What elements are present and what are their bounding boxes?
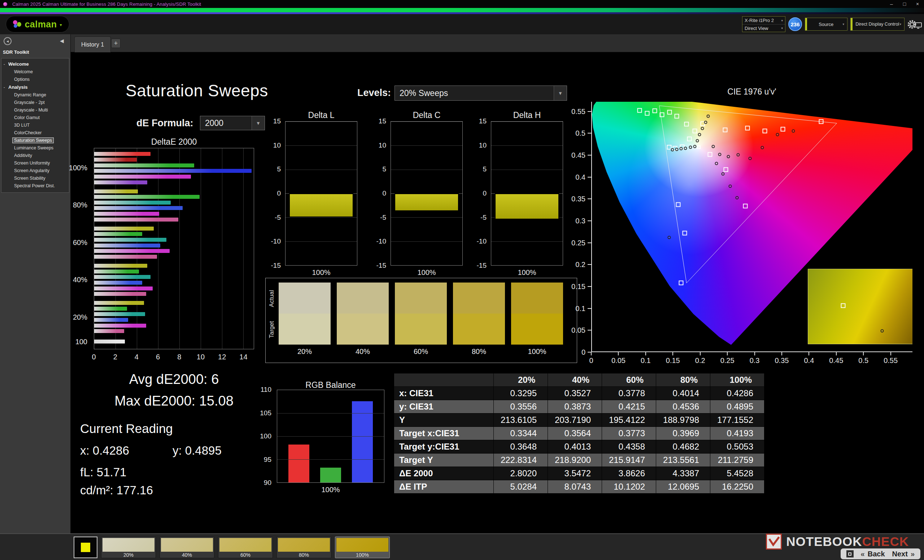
table-row: y: CIE310.35560.38730.42150.45360.4895 [394, 400, 765, 413]
y-tick-label: 10 [273, 141, 281, 150]
deltae-bar [94, 227, 154, 231]
deltae-bar [94, 217, 178, 222]
table-cell: 5.0284 [494, 480, 548, 494]
y-tick-label: 0 [483, 189, 486, 198]
deltae-group-label: 20% [61, 300, 91, 334]
target-marker [743, 204, 747, 208]
tree-expander-icon[interactable]: - [4, 62, 6, 66]
table-cell: 213.5561 [656, 454, 710, 467]
sidebar-menu-button[interactable]: ◂ [4, 37, 12, 45]
sidebar-group-welcome[interactable]: -Welcome [2, 60, 69, 68]
table-cell: 0.3873 [548, 400, 602, 413]
next-button[interactable]: Next » [892, 550, 915, 558]
table-cell: 3.5472 [548, 467, 602, 480]
grid-line [491, 169, 563, 170]
table-cell: 10.1202 [602, 480, 656, 494]
levels-dropdown[interactable]: 20% Sweeps ▼ [394, 85, 567, 101]
meter-selector[interactable]: X-Rite i1Pro 2 ▾ Direct View ▾ [742, 16, 785, 32]
filmstrip-thumb-20%[interactable]: 20% [101, 536, 156, 558]
x-tick-label: 0.2 [695, 356, 705, 365]
sidebar-item-label: 3D LUT [12, 122, 32, 128]
sidebar-item-options[interactable]: Options [2, 75, 69, 83]
tree-expander-icon[interactable]: - [4, 85, 6, 89]
filmstrip-thumb-40%[interactable]: 40% [159, 536, 214, 558]
sidebar-collapse-button[interactable]: ◀ [60, 38, 64, 43]
x-tick-label: 6 [156, 353, 160, 361]
sidebar-item-3d-lut[interactable]: 3D LUT [2, 121, 69, 129]
x-tick-label: 0.45 [829, 356, 843, 365]
tab-history-1[interactable]: History 1 [74, 36, 111, 52]
sidebar-item-screen-uniformity[interactable]: Screen Uniformity [2, 159, 69, 167]
swatch-target [279, 314, 331, 344]
sidebar-item-color-gamut[interactable]: Color Gamut [2, 114, 69, 121]
de-formula-dropdown[interactable]: 2000 ▼ [200, 116, 265, 130]
table-row-label: ΔE ITP [394, 480, 494, 494]
sidebar-item-label: Grayscale - 2pt [12, 100, 46, 105]
add-tab-button[interactable]: + [111, 39, 120, 48]
filmstrip-thumb-60%[interactable]: 60% [218, 536, 273, 558]
sidebar-item-label: Screen Stability [12, 175, 47, 181]
display-control-selector[interactable]: Direct Display Control ▾ [850, 18, 904, 31]
filmstrip-thumb-100%[interactable]: 100% [335, 536, 390, 558]
filmstrip-thumb-80%[interactable]: 80% [276, 536, 332, 558]
table-row: x: CIE310.32950.35270.37780.40140.4286 [394, 387, 765, 400]
sidebar-item-screen-angularity[interactable]: Screen Angularity [2, 167, 69, 174]
thumb-label: 80% [277, 552, 331, 558]
x-tick-mark [863, 352, 864, 355]
sidebar-item-additivity[interactable]: Additivity [2, 151, 69, 159]
measurement-marker [748, 157, 752, 160]
display-label: Direct Display Control [855, 22, 899, 27]
table-row-label: Y [394, 413, 494, 427]
sidebar-item-dynamic-range[interactable]: Dynamic Range [2, 91, 69, 99]
table-cell: 0.4536 [656, 400, 710, 413]
sidebar-item-label: Spectral Power Dist. [12, 183, 57, 189]
close-button[interactable]: × [911, 0, 924, 8]
cie-plot [591, 102, 912, 352]
measurement-marker [715, 162, 718, 165]
x-tick-label: 2 [113, 353, 117, 361]
workflow-tree: -WelcomeWelcomeOptions-AnalysisDynamic R… [1, 58, 69, 193]
sidebar-group-analysis[interactable]: -Analysis [2, 83, 69, 91]
x-tick-label: 0.3 [750, 356, 760, 365]
sidebar-item-screen-stability[interactable]: Screen Stability [2, 174, 69, 182]
chevron-down-icon: ▾ [781, 19, 783, 22]
target-marker [723, 127, 728, 132]
swatch-60% [395, 283, 447, 344]
table-cell: 0.3344 [494, 427, 548, 440]
maximize-button[interactable]: □ [898, 0, 911, 8]
table-cell: 0.4286 [710, 387, 765, 400]
x-tick-mark [618, 352, 619, 355]
filmstrip: 20%40%60%80%100% [74, 536, 390, 558]
sidebar-item-welcome[interactable]: Welcome [2, 68, 69, 75]
sidebar-item-grayscale-multi[interactable]: Grayscale - Multi [2, 106, 69, 114]
app-titlebar: Calman 2025 Calman Ultimate for Business… [0, 0, 924, 8]
actual-row-label: Actual [268, 283, 276, 314]
sidebar-item-spectral-power-dist-[interactable]: Spectral Power Dist. [2, 182, 69, 189]
sidebar-item-saturation-sweeps[interactable]: Saturation Sweeps [2, 136, 69, 144]
minimize-button[interactable]: – [885, 0, 898, 8]
swatch-actual [511, 283, 563, 314]
y-tick-mark [588, 308, 591, 309]
deltae-bar [94, 292, 146, 296]
deltae-bar [94, 244, 160, 247]
rgb-balance-title: RGB Balance [259, 380, 402, 390]
sidebar-item-colorchecker[interactable]: ColorChecker [2, 129, 69, 136]
delta-value-bar [289, 193, 353, 217]
display-settings-button[interactable] [912, 20, 924, 31]
y-tick-label: 15 [379, 117, 386, 125]
calman-logo-icon [13, 20, 22, 28]
filmstrip-thumb-current[interactable] [74, 536, 98, 558]
calman-menu-button[interactable]: calman ▾ [6, 16, 69, 33]
grid-line [285, 241, 357, 242]
deltae-bar [94, 249, 170, 253]
table-cell: 2.8020 [494, 467, 548, 480]
monitor-icon [914, 21, 922, 30]
meter-count-badge: 236 [788, 17, 802, 31]
window-mode-button[interactable] [846, 550, 854, 557]
nav-pill: « Back Next » [841, 548, 920, 559]
results-table: 20%40%60%80%100%x: CIE310.32950.35270.37… [394, 373, 765, 494]
sidebar-item-grayscale-2pt[interactable]: Grayscale - 2pt [2, 99, 69, 106]
back-button[interactable]: « Back [861, 550, 885, 558]
source-selector[interactable]: Source ▾ [805, 18, 848, 31]
sidebar-item-luminance-sweeps[interactable]: Luminance Sweeps [2, 144, 69, 151]
